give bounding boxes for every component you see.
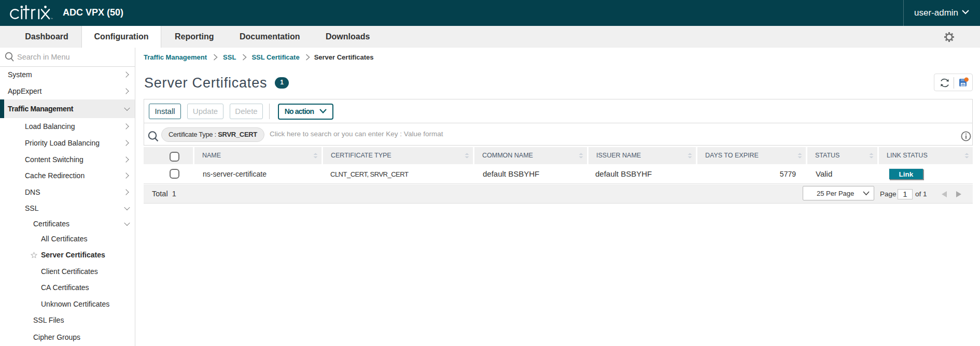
svg-text:™: ™: [50, 17, 53, 20]
